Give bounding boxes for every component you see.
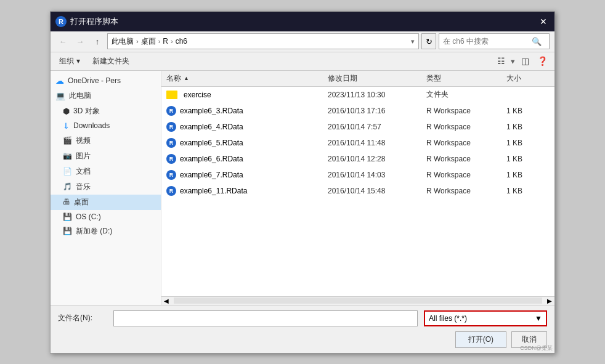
- watermark: CSDN@柔某: [520, 344, 553, 352]
- filetype-dropdown-icon: ▼: [535, 314, 542, 323]
- r-file-icon: R: [166, 106, 176, 116]
- file-name: R example6_6.RData: [166, 154, 328, 164]
- breadcrumb-desktop[interactable]: 桌面: [141, 36, 156, 47]
- file-date: 2016/10/13 17:16: [328, 107, 426, 115]
- file-name-text: example6_5.RData: [180, 139, 243, 147]
- file-name: R example6_4.RData: [166, 122, 328, 132]
- sidebar-label-desktop: 桌面: [74, 197, 89, 208]
- r-file-icon: R: [166, 154, 176, 164]
- sidebar-label-this-pc: 此电脑: [69, 91, 91, 101]
- file-type: R Workspace: [426, 107, 506, 115]
- sidebar-item-osc[interactable]: 💾 OS (C:): [51, 210, 161, 224]
- sep2: ›: [158, 38, 161, 45]
- main-content: ☁ OneDrive - Pers 💻 此电脑 ⬢ 3D 对象 ⇓ Downlo…: [51, 71, 554, 305]
- file-size: 1 KB: [506, 123, 550, 131]
- horizontal-scrollbar[interactable]: ◀ ▶: [161, 296, 554, 305]
- file-date: 2016/10/14 12:28: [328, 155, 426, 163]
- sort-icon: ▲: [184, 75, 189, 81]
- filename-label: 文件名(N):: [58, 313, 107, 323]
- sidebar-item-desktop[interactable]: 🖶 桌面: [51, 195, 161, 210]
- table-row[interactable]: R example6_3.RData 2016/10/13 17:16 R Wo…: [161, 103, 554, 119]
- organize-label: 组织: [59, 56, 74, 67]
- col-header-date[interactable]: 修改日期: [328, 73, 426, 84]
- video-icon: 🎬: [63, 136, 72, 145]
- file-name: R example6_7.RData: [166, 170, 328, 180]
- col-header-size[interactable]: 大小: [506, 73, 550, 84]
- file-name: R example6_5.RData: [166, 138, 328, 148]
- table-row[interactable]: R example6_11.RData 2016/10/14 15:48 R W…: [161, 183, 554, 199]
- sidebar-item-3d[interactable]: ⬢ 3D 对象: [51, 103, 161, 119]
- sidebar: ☁ OneDrive - Pers 💻 此电脑 ⬢ 3D 对象 ⇓ Downlo…: [51, 71, 161, 305]
- organize-button[interactable]: 组织 ▾: [55, 55, 84, 68]
- drive-d-icon: 💾: [63, 227, 72, 235]
- open-button[interactable]: 打开(O): [455, 331, 506, 348]
- action-bar: 组织 ▾ 新建文件夹 ☷ ▾ ◫ ❓: [51, 52, 554, 71]
- file-size: 1 KB: [506, 107, 550, 115]
- file-name: exercise: [166, 91, 328, 99]
- file-type: 文件夹: [426, 89, 506, 100]
- address-dropdown[interactable]: ▾: [411, 38, 415, 46]
- file-name: R example6_11.RData: [166, 186, 328, 196]
- file-date: 2016/10/14 11:48: [328, 139, 426, 147]
- title-bar: R 打开程序脚本 ✕: [51, 12, 554, 31]
- view-dropdown-icon: ▾: [511, 57, 515, 66]
- help-button[interactable]: ❓: [535, 54, 550, 68]
- r-file-icon: R: [166, 122, 176, 132]
- app-logo: R: [55, 16, 67, 27]
- view-pane-button[interactable]: ◫: [518, 54, 532, 68]
- address-bar[interactable]: 此电脑 › 桌面 › R › ch6 ▾: [107, 33, 419, 49]
- scroll-left-btn[interactable]: ◀: [161, 297, 171, 304]
- table-row[interactable]: R example6_7.RData 2016/10/14 14:03 R Wo…: [161, 167, 554, 183]
- h-scrollbar-track[interactable]: [174, 297, 542, 304]
- navigation-toolbar: ← → ↑ 此电脑 › 桌面 › R › ch6 ▾ ↻ 🔍: [51, 31, 554, 52]
- filename-input[interactable]: [113, 310, 418, 326]
- sidebar-item-pictures[interactable]: 📷 图片: [51, 148, 161, 164]
- table-row[interactable]: exercise 2023/11/13 10:30 文件夹: [161, 87, 554, 103]
- breadcrumb-pc[interactable]: 此电脑: [112, 36, 134, 47]
- sidebar-label-pictures: 图片: [76, 151, 91, 161]
- sidebar-item-newvol[interactable]: 💾 新加卷 (D:): [51, 224, 161, 239]
- table-row[interactable]: R example6_4.RData 2016/10/14 7:57 R Wor…: [161, 119, 554, 135]
- new-folder-button[interactable]: 新建文件夹: [89, 55, 133, 68]
- sidebar-item-downloads[interactable]: ⇓ Downloads: [51, 119, 161, 133]
- scroll-right-btn[interactable]: ▶: [545, 297, 554, 304]
- filetype-select[interactable]: All files (*.*) ▼: [424, 310, 547, 326]
- sidebar-item-this-pc[interactable]: 💻 此电脑: [51, 88, 161, 103]
- sidebar-item-music[interactable]: 🎵 音乐: [51, 179, 161, 195]
- forward-button[interactable]: →: [73, 34, 87, 49]
- file-list-header: 名称 ▲ 修改日期 类型 大小: [161, 71, 554, 87]
- sep1: ›: [136, 38, 139, 45]
- sidebar-item-onedrive[interactable]: ☁ OneDrive - Pers: [51, 73, 161, 88]
- table-row[interactable]: R example6_5.RData 2016/10/14 11:48 R Wo…: [161, 135, 554, 151]
- sidebar-item-video[interactable]: 🎬 视频: [51, 133, 161, 148]
- close-button[interactable]: ✕: [537, 15, 550, 28]
- file-type: R Workspace: [426, 187, 506, 195]
- file-name-text: example6_11.RData: [180, 187, 247, 195]
- breadcrumb-ch6[interactable]: ch6: [176, 37, 187, 46]
- file-name-text: example6_6.RData: [180, 155, 243, 163]
- col-header-type[interactable]: 类型: [426, 73, 506, 84]
- refresh-button[interactable]: ↻: [421, 33, 436, 49]
- view-details-button[interactable]: ☷: [493, 54, 508, 68]
- drive-c-icon: 💾: [63, 212, 72, 221]
- file-size: 1 KB: [506, 187, 550, 195]
- file-size: 1 KB: [506, 155, 550, 163]
- sidebar-label-onedrive: OneDrive - Pers: [68, 76, 121, 85]
- file-type: R Workspace: [426, 155, 506, 163]
- sidebar-label-osc: OS (C:): [76, 212, 101, 221]
- back-button[interactable]: ←: [55, 34, 70, 49]
- folder-icon: [166, 91, 177, 99]
- sidebar-item-docs[interactable]: 📄 文档: [51, 164, 161, 179]
- picture-icon: 📷: [63, 152, 72, 160]
- breadcrumb-r[interactable]: R: [163, 37, 168, 46]
- footer-buttons: 打开(O) 取消: [58, 331, 547, 348]
- file-date: 2016/10/14 15:48: [328, 187, 426, 195]
- pc-icon: 💻: [55, 91, 65, 100]
- col-header-name[interactable]: 名称 ▲: [166, 73, 328, 84]
- file-size: 1 KB: [506, 171, 550, 179]
- table-row[interactable]: R example6_6.RData 2016/10/14 12:28 R Wo…: [161, 151, 554, 167]
- up-button[interactable]: ↑: [90, 34, 105, 49]
- file-date: 2023/11/13 10:30: [328, 91, 426, 99]
- search-input[interactable]: [443, 37, 529, 46]
- sidebar-label-docs: 文档: [76, 166, 91, 177]
